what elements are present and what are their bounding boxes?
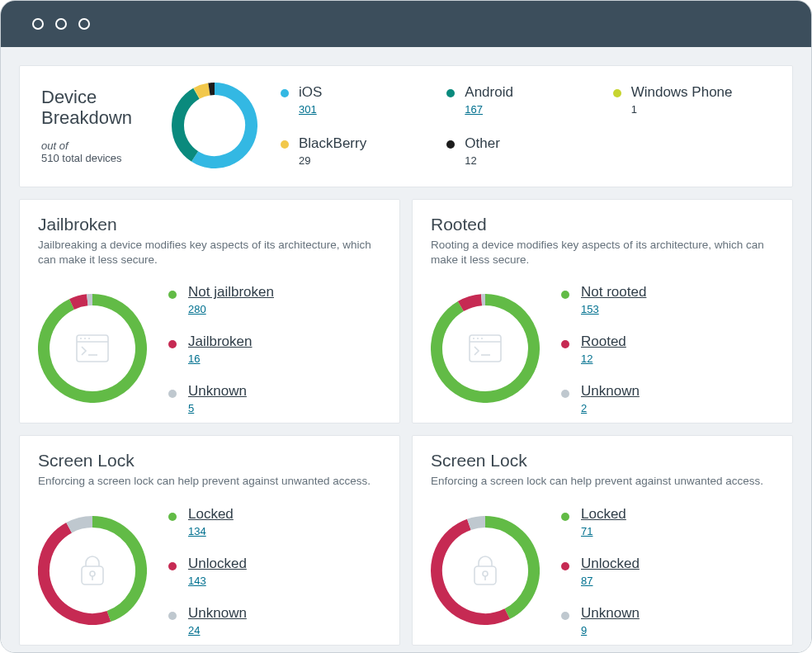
panel-legend-value: 153 [581, 303, 646, 315]
panel-legend-value-link[interactable]: 71 [581, 525, 592, 537]
svg-point-8 [473, 338, 474, 339]
panel-legend-item: Rooted12 [561, 334, 774, 365]
legend-dot [446, 89, 455, 97]
legend-dot [168, 612, 177, 620]
panel-legend-value-link[interactable]: 24 [188, 624, 200, 636]
panel-legend-value: 9 [581, 624, 640, 636]
device-breakdown-subtitle: out of 510 total devices [41, 140, 149, 164]
legend-item: Other12 [446, 135, 604, 167]
legend-item: Android167 [446, 84, 604, 116]
panel-donut [431, 516, 540, 625]
panel-legend-value-link[interactable]: 153 [581, 303, 599, 315]
svg-rect-6 [470, 335, 501, 362]
panel-legend-item: Not rooted153 [561, 284, 774, 315]
panel-legend-item: Unknown9 [561, 605, 774, 636]
panel-legend-item: Unlocked87 [561, 556, 774, 587]
legend-dot [168, 340, 177, 348]
panel-legend-value-link[interactable]: 12 [581, 353, 592, 365]
svg-point-9 [477, 338, 479, 339]
lock-icon [38, 516, 147, 625]
panel-legend-value-link[interactable]: 87 [581, 575, 592, 587]
legend-dot [281, 89, 289, 97]
panel-legend-value: 16 [188, 353, 253, 365]
panel-legend-value-link[interactable]: 16 [188, 353, 200, 365]
panel-legend-item: Unknown2 [561, 383, 774, 414]
panel-description: Enforcing a screen lock can help prevent… [38, 474, 381, 489]
panel-legend-value-link[interactable]: 134 [188, 525, 206, 537]
subtitle-total: 510 total devices [41, 152, 122, 164]
panel-title: Jailbroken [38, 215, 381, 234]
app-window: Device Breakdown out of 510 total device… [0, 0, 812, 653]
device-breakdown-legend: iOS301Android167Windows Phone1BlackBerry… [281, 84, 771, 167]
panel-legend-label[interactable]: Unknown [188, 605, 247, 622]
panel-legend-label[interactable]: Unlocked [581, 556, 640, 572]
legend-value: 167 [465, 103, 513, 116]
panel-legend-value: 87 [581, 575, 640, 587]
panel-legend-label[interactable]: Unknown [581, 383, 640, 400]
panel-legend-value-link[interactable]: 5 [188, 402, 194, 414]
panel-legend-label[interactable]: Rooted [581, 334, 626, 350]
device-breakdown-heading-block: Device Breakdown out of 510 total device… [41, 87, 149, 165]
legend-value-link[interactable]: 301 [299, 103, 317, 116]
svg-point-10 [481, 338, 483, 339]
panel-legend-value: 2 [581, 402, 640, 414]
panel-legend-label[interactable]: Unknown [188, 383, 247, 400]
panel-legend-value-link[interactable]: 280 [188, 303, 206, 315]
svg-rect-15 [474, 566, 496, 584]
legend-dot [168, 390, 177, 398]
panel-description: Rooting a device modifies key aspects of… [431, 238, 774, 267]
legend-dot [561, 340, 569, 348]
panel-donut [38, 294, 147, 403]
panel-legend-item: Not jailbroken280 [168, 284, 381, 315]
legend-label: Android [465, 84, 513, 101]
security-panel: JailbrokenJailbreaking a device modifies… [19, 199, 400, 424]
panel-legend-label[interactable]: Locked [581, 506, 626, 523]
window-control-dot[interactable] [78, 18, 90, 30]
window-control-dot[interactable] [32, 18, 44, 30]
panel-legend-value-link[interactable]: 9 [581, 624, 587, 636]
panel-grid: JailbrokenJailbreaking a device modifies… [19, 199, 793, 646]
panel-legend-value: 5 [188, 402, 247, 414]
legend-dot [561, 390, 569, 398]
window-control-dot[interactable] [55, 18, 67, 30]
terminal-icon [431, 294, 540, 403]
panel-legend-item: Unknown24 [168, 605, 381, 636]
panel-body: Not jailbroken280Jailbroken16Unknown5 [38, 282, 381, 414]
panel-legend-label[interactable]: Unknown [581, 605, 640, 622]
legend-dot [561, 513, 569, 521]
svg-point-3 [84, 338, 86, 339]
panel-legend-label[interactable]: Not jailbroken [188, 284, 274, 300]
panel-body: Locked134Unlocked143Unknown24 [38, 504, 381, 636]
panel-legend-label[interactable]: Locked [188, 506, 234, 523]
panel-legend-value-link[interactable]: 143 [188, 575, 206, 587]
device-breakdown-card: Device Breakdown out of 510 total device… [19, 65, 793, 187]
svg-point-4 [88, 338, 90, 339]
legend-value: 29 [299, 154, 366, 167]
page-content: Device Breakdown out of 510 total device… [1, 47, 811, 652]
window-titlebar [1, 1, 811, 47]
terminal-icon [38, 294, 147, 403]
panel-legend: Locked134Unlocked143Unknown24 [168, 504, 381, 636]
svg-rect-12 [82, 566, 103, 584]
panel-legend-value: 280 [188, 303, 274, 315]
panel-legend-value: 12 [581, 353, 626, 365]
legend-item: Windows Phone1 [613, 84, 771, 116]
panel-legend-label[interactable]: Not rooted [581, 284, 646, 300]
legend-value-link[interactable]: 167 [465, 103, 483, 116]
panel-legend-item: Jailbroken16 [168, 334, 381, 365]
security-panel: Screen LockEnforcing a screen lock can h… [19, 435, 400, 645]
panel-legend: Not jailbroken280Jailbroken16Unknown5 [168, 282, 381, 414]
panel-legend-label[interactable]: Unlocked [188, 556, 247, 572]
panel-legend-value: 71 [581, 525, 626, 537]
legend-dot [168, 562, 177, 570]
panel-description: Enforcing a screen lock can help prevent… [431, 474, 774, 489]
security-panel: RootedRooting a device modifies key aspe… [412, 199, 793, 424]
svg-rect-0 [77, 335, 108, 362]
panel-legend-label[interactable]: Jailbroken [188, 334, 253, 350]
subtitle-prefix: out of [41, 140, 68, 152]
panel-legend-item: Locked71 [561, 506, 774, 537]
panel-legend-value-link[interactable]: 2 [581, 402, 587, 414]
legend-dot [561, 612, 569, 620]
panel-title: Screen Lock [38, 451, 381, 471]
legend-label: BlackBerry [299, 135, 366, 152]
